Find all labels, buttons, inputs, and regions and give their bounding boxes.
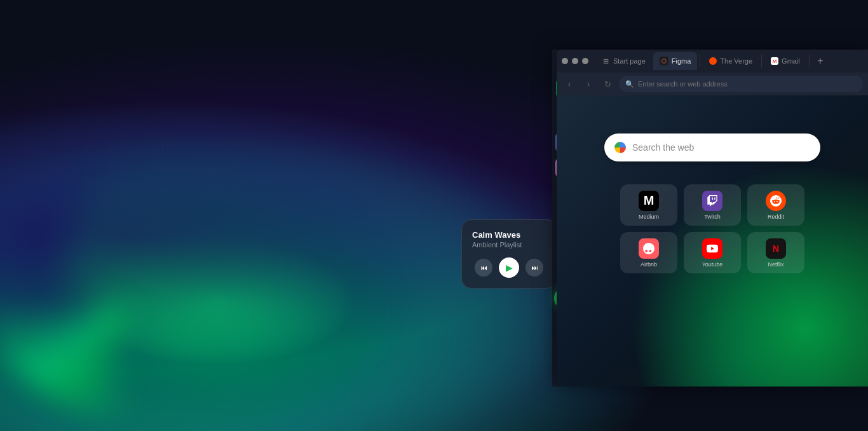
tab-separator-2 [761, 55, 762, 67]
aurora-wave-2 [64, 127, 445, 381]
track-title: Calm Waves [472, 230, 546, 240]
gmail-icon: M [771, 57, 778, 65]
window-dot-3 [582, 58, 588, 64]
figma-icon: ⬡ [660, 57, 668, 65]
verge-icon [709, 57, 717, 65]
search-icon: 🔍 [625, 80, 634, 88]
medium-label: Medium [639, 214, 659, 220]
start-page-icon: ⊞ [601, 57, 610, 65]
search-placeholder: Search the web [632, 142, 694, 153]
reddit-label: Reddit [768, 214, 784, 220]
play-pause-button[interactable]: ▶ [499, 257, 519, 278]
forward-button[interactable]: › [581, 76, 596, 92]
tab-start-page[interactable]: ⊞ Start page [595, 52, 652, 70]
address-bar[interactable]: 🔍 [619, 76, 863, 92]
tile-netflix[interactable]: N Netflix [747, 232, 804, 273]
twitch-icon [702, 191, 722, 211]
new-tab-button[interactable]: + [812, 53, 829, 69]
quick-access-tiles: M Medium Twitch Reddit [620, 184, 804, 273]
airbnb-label: Airbnb [641, 261, 657, 268]
twitch-label: Twitch [704, 214, 721, 220]
tab-gmail-label: Gmail [782, 57, 800, 65]
address-input[interactable] [638, 80, 857, 88]
tab-figma-label: Figma [672, 57, 691, 65]
tile-reddit[interactable]: Reddit [747, 184, 804, 226]
netflix-label: Netflix [768, 261, 783, 268]
spotify-popup: Calm Waves Ambient Playlist ⏮ ▶ ⏭ [461, 219, 557, 289]
browser-chrome: ⊞ Start page ⬡ Figma The Verge M Gmail [557, 50, 868, 95]
tab-verge[interactable]: The Verge [703, 52, 759, 70]
playback-controls: ⏮ ▶ ⏭ [472, 257, 546, 278]
track-subtitle: Ambient Playlist [472, 241, 546, 249]
google-search-bar[interactable]: Search the web [604, 133, 820, 161]
refresh-button[interactable]: ↻ [600, 76, 615, 92]
netflix-icon: N [766, 238, 786, 259]
tile-medium[interactable]: M Medium [620, 184, 677, 226]
tab-separator-3 [809, 55, 810, 67]
reddit-icon [766, 191, 786, 211]
tile-airbnb[interactable]: Airbnb [620, 232, 677, 273]
tab-bar: ⊞ Start page ⬡ Figma The Verge M Gmail [557, 50, 868, 72]
window-dot-1 [562, 58, 568, 64]
tab-figma[interactable]: ⬡ Figma [653, 52, 698, 70]
back-button[interactable]: ‹ [562, 76, 577, 92]
window-controls [562, 58, 588, 64]
browser-panel: ⊞ Start page ⬡ Figma The Verge M Gmail [557, 50, 868, 387]
browser-content: Search the web M Medium Twitch [557, 95, 868, 387]
airbnb-icon [639, 238, 659, 259]
tab-verge-label: The Verge [720, 57, 752, 65]
youtube-label: Youtube [702, 261, 723, 268]
window-dot-2 [572, 58, 578, 64]
tab-gmail[interactable]: M Gmail [764, 52, 806, 70]
tile-twitch[interactable]: Twitch [684, 184, 741, 226]
youtube-icon [702, 238, 722, 259]
medium-icon: M [639, 191, 659, 211]
tab-separator-1 [700, 55, 700, 67]
tile-youtube[interactable]: Youtube [684, 232, 741, 273]
tab-start-label: Start page [613, 57, 646, 65]
google-logo [614, 142, 626, 153]
navigation-bar: ‹ › ↻ 🔍 [557, 72, 868, 95]
next-button[interactable]: ⏭ [526, 259, 543, 277]
prev-button[interactable]: ⏮ [475, 259, 492, 277]
